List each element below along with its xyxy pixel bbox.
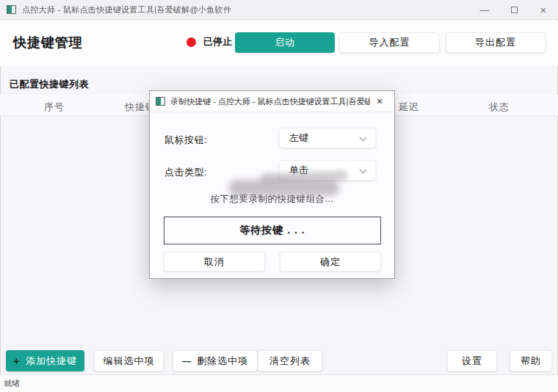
column-header-delay: 延迟 [399, 101, 419, 114]
delete-selected-label: 删除选中项 [197, 355, 248, 368]
close-button[interactable]: × [529, 0, 558, 20]
status-dot-icon [186, 37, 196, 47]
window-title: 点控大师 - 鼠标点击快捷键设置工具|吾爱破解@小鱼软件 [22, 4, 231, 15]
mouse-button-select[interactable]: 左键 [279, 128, 376, 148]
statusbar: 就绪 [0, 374, 558, 392]
minimize-button[interactable]: — [470, 0, 499, 20]
settings-button[interactable]: 设置 [447, 350, 497, 371]
list-section-title: 已配置快捷键列表 [10, 78, 89, 91]
waiting-text: 等待按键 . . . [239, 224, 305, 237]
help-button[interactable]: 帮助 [510, 350, 552, 371]
cancel-button[interactable]: 取消 [164, 252, 265, 272]
statusbar-text: 就绪 [4, 378, 20, 389]
plus-icon: + [13, 355, 21, 367]
import-config-button[interactable]: 导入配置 [339, 32, 440, 53]
titlebar: 点控大师 - 鼠标点击快捷键设置工具|吾爱破解@小鱼软件 — × [0, 0, 558, 20]
record-hotkey-dialog: 录制快捷键 - 点控大师 - 鼠标点击快捷键设置工具|吾爱破解@... × 鼠标… [149, 90, 395, 279]
click-type-label: 点击类型: [164, 166, 207, 179]
waiting-for-key-box: 等待按键 . . . [164, 217, 381, 244]
clear-list-button[interactable]: 清空列表 [258, 350, 322, 371]
header: 快捷键管理 已停止 启动 导入配置 导出配置 [0, 21, 558, 66]
column-header-status: 状态 [489, 101, 510, 114]
window-controls: — × [470, 0, 558, 20]
page-title: 快捷键管理 [13, 34, 83, 51]
add-hotkey-button[interactable]: + 添加快捷键 [6, 350, 84, 371]
mouse-button-value: 左键 [289, 131, 308, 145]
mouse-button-label: 鼠标按钮: [164, 134, 207, 147]
app-window: 点控大师 - 鼠标点击快捷键设置工具|吾爱破解@小鱼软件 — × 快捷键管理 已… [0, 0, 558, 392]
dialog-titlebar: 录制快捷键 - 点控大师 - 鼠标点击快捷键设置工具|吾爱破解@... × [150, 91, 394, 112]
maximize-button[interactable] [499, 0, 529, 20]
export-config-button[interactable]: 导出配置 [446, 32, 546, 53]
maximize-icon [511, 7, 518, 13]
status-text: 已停止 [203, 35, 232, 48]
app-icon [7, 5, 16, 14]
ok-button[interactable]: 确定 [280, 252, 381, 272]
chevron-down-icon [360, 134, 367, 142]
minus-icon: — [182, 356, 192, 366]
delete-selected-button[interactable]: — 删除选中项 [173, 350, 258, 371]
start-button[interactable]: 启动 [235, 32, 335, 53]
run-status: 已停止 [186, 35, 232, 48]
add-hotkey-label: 添加快捷键 [26, 355, 77, 368]
column-header-index: 序号 [44, 101, 65, 114]
chevron-down-icon [360, 167, 367, 174]
dialog-close-button[interactable]: × [369, 91, 390, 112]
dialog-app-icon [156, 97, 165, 106]
dialog-title: 录制快捷键 - 点控大师 - 鼠标点击快捷键设置工具|吾爱破解@... [170, 96, 370, 107]
edit-selected-button[interactable]: 编辑选中项 [94, 350, 164, 371]
blur-smudge [229, 180, 339, 196]
